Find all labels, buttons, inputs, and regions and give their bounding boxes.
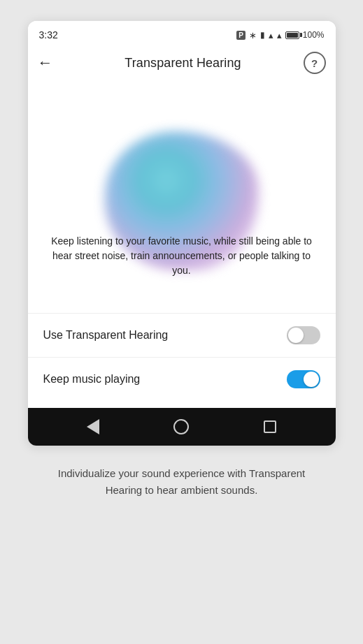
battery-percent: 100% [303, 30, 325, 40]
transparent-hearing-label: Use Transparent Hearing [43, 329, 169, 342]
bottom-nav [28, 408, 336, 446]
battery-icon [285, 31, 299, 39]
transparent-hearing-toggle[interactable] [287, 326, 320, 344]
phone-wrapper: 3:32 P ∗ ▮ ▴ ▴ 100% ← Transparent Hearin… [0, 0, 363, 644]
blob-area: Keep listening to your favorite music, w… [28, 96, 336, 306]
help-icon: ? [311, 57, 318, 69]
page-title: Transparent Hearing [63, 56, 304, 71]
signal-icon: ▴ [277, 30, 282, 41]
help-button[interactable]: ? [304, 52, 326, 74]
nav-home-button[interactable] [167, 413, 195, 441]
nav-recents-button[interactable] [256, 413, 284, 441]
top-bar: ← Transparent Hearing ? [28, 46, 336, 82]
blob-description: Keep listening to your favorite music, w… [49, 234, 315, 278]
keep-music-toggle[interactable] [287, 370, 320, 388]
status-time: 3:32 [39, 29, 58, 41]
nav-back-icon [87, 419, 99, 434]
phone: 3:32 P ∗ ▮ ▴ ▴ 100% ← Transparent Hearin… [28, 21, 336, 446]
transparent-hearing-row: Use Transparent Hearing [28, 313, 336, 357]
main-content: Keep listening to your favorite music, w… [28, 82, 336, 408]
sim-icon: ▮ [260, 30, 265, 40]
p-icon: P [236, 31, 245, 40]
nav-recents-icon [264, 420, 276, 433]
nav-back-button[interactable] [79, 413, 107, 441]
status-bar: 3:32 P ∗ ▮ ▴ ▴ 100% [28, 21, 336, 46]
wifi-icon: ▴ [269, 30, 273, 41]
keep-music-label: Keep music playing [43, 373, 141, 386]
settings-section: Use Transparent Hearing Keep music playi… [28, 306, 336, 408]
page-caption: Individualize your sound experience with… [49, 465, 315, 499]
transparent-hearing-knob [288, 328, 304, 343]
keep-music-knob [304, 372, 319, 387]
nav-home-icon [173, 419, 189, 434]
status-icons: P ∗ ▮ ▴ ▴ 100% [236, 30, 324, 41]
keep-music-row: Keep music playing [28, 357, 336, 401]
bluetooth-icon: ∗ [249, 30, 257, 41]
back-button[interactable]: ← [38, 55, 63, 71]
